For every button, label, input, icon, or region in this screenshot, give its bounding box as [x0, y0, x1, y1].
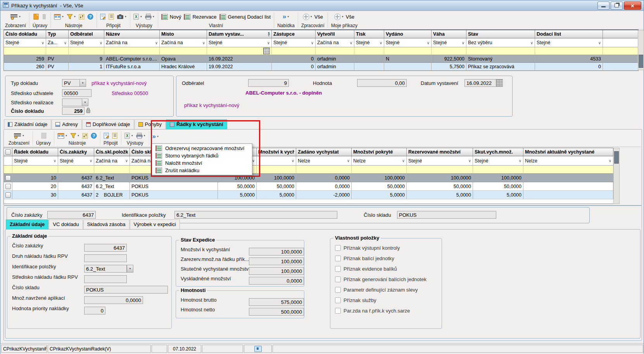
column-header[interactable]: Datum vystav...1▼ — [207, 30, 272, 38]
settings-button[interactable] — [82, 133, 88, 139]
filter-dropdown[interactable]: Začíná na∨ — [160, 38, 207, 47]
print-button[interactable]: ▼ — [136, 133, 146, 139]
tab-vc-dokladu[interactable]: VC dokladu — [49, 219, 83, 229]
column-header[interactable]: Místo — [160, 30, 207, 38]
tab-skladov-z-soba[interactable]: Skladová zásoba — [83, 219, 129, 229]
view-button[interactable]: ▼ — [14, 133, 24, 139]
column-header[interactable]: Skut.vych.množ. — [473, 148, 523, 156]
checkbox-1[interactable] — [335, 256, 341, 261]
filter-dropdown[interactable]: ∨ — [257, 156, 296, 166]
generate-delivery-note-button[interactable]: Generuj Dodací list — [219, 14, 271, 20]
filter-input[interactable] — [384, 47, 432, 55]
filter-input[interactable] — [104, 47, 160, 55]
filter-dropdown[interactable]: Stejné∨ — [4, 38, 46, 47]
table-row[interactable]: 1064376.2_TextPOKUS100,0000100,00000,000… — [4, 174, 614, 182]
table-row[interactable]: 259PV9ABEL-Computer s.r.o....Opava16.09.… — [4, 55, 638, 63]
filter-dropdown[interactable]: Stejné∨ — [272, 38, 316, 47]
filter-input[interactable] — [94, 166, 130, 174]
column-header[interactable]: Název — [104, 30, 160, 38]
delete-button[interactable] — [41, 14, 47, 20]
processing-filter-button[interactable]: ▼Vše — [303, 14, 323, 20]
filter-input[interactable] — [46, 47, 69, 55]
filter-input[interactable] — [4, 47, 46, 55]
minimize-button[interactable] — [597, 2, 609, 10]
help-button[interactable]: ? — [87, 14, 93, 20]
filter-dropdown[interactable]: Začíná na∨ — [104, 38, 160, 47]
filter-button[interactable]: ▼ — [67, 14, 76, 20]
filter-dropdown[interactable]: Stejné∨ — [58, 156, 94, 166]
column-header[interactable] — [4, 148, 12, 156]
column-header[interactable]: Čís.zakázky — [58, 148, 94, 156]
doc-type-input[interactable]: PV — [62, 79, 80, 87]
tab-adresy[interactable]: Adresy — [52, 119, 81, 129]
tab-z-kladn-daje[interactable]: Základní údaje — [6, 219, 48, 229]
reservation-button[interactable]: Rezervace — [184, 14, 216, 20]
user-centre-input[interactable]: 00500 — [62, 89, 92, 97]
actions-menu-button[interactable]: »▼ — [152, 134, 159, 139]
filter-input[interactable] — [523, 166, 613, 174]
checkbox-0[interactable] — [335, 245, 341, 251]
filter-dropdown[interactable]: Začíná na∨ — [94, 156, 130, 166]
edit-button[interactable] — [33, 14, 39, 20]
column-header[interactable]: Dodací list — [535, 30, 603, 38]
filter-input[interactable] — [4, 166, 12, 174]
filter-input[interactable] — [272, 47, 316, 55]
filter-dropdown[interactable]: Stejné∨ — [432, 38, 466, 47]
checkbox-2[interactable] — [335, 266, 341, 272]
filter-input[interactable] — [160, 47, 207, 55]
filter-input[interactable] — [316, 47, 354, 55]
close-button[interactable]: × — [624, 2, 641, 10]
row-checkbox[interactable] — [5, 184, 11, 189]
documents-grid-scrollbar[interactable] — [638, 30, 644, 70]
filter-dropdown[interactable]: Za...∨ — [46, 38, 69, 47]
select-all-checkbox[interactable] — [5, 149, 11, 155]
filter-input[interactable] — [207, 47, 272, 55]
realization-centre-input[interactable] — [62, 98, 82, 106]
menu-item[interactable]: Zrušit nakládku — [152, 167, 252, 174]
print-button[interactable]: ▼ — [145, 14, 155, 20]
filter-dropdown[interactable]: Stejné∨ — [535, 38, 603, 47]
column-header[interactable]: Číslo dokladu — [4, 30, 46, 38]
filter-dropdown[interactable]: Nelze∨ — [296, 156, 352, 166]
tab-pohyby[interactable]: Pohyby — [135, 119, 166, 129]
column-header[interactable]: Typ — [46, 30, 69, 38]
filter-input[interactable] — [352, 166, 407, 174]
note-button[interactable] — [104, 133, 109, 139]
doc-type-dropdown[interactable]: ▼ — [79, 79, 86, 87]
filter-input[interactable] — [432, 47, 466, 55]
column-header[interactable]: Zadáno vychystat — [296, 148, 352, 156]
column-header[interactable]: Vytvořil — [316, 30, 354, 38]
filter-dropdown[interactable]: Bez výběru∨ — [466, 38, 535, 47]
settings-button[interactable] — [79, 14, 85, 20]
filter-button[interactable]: ▼ — [70, 133, 79, 139]
help-button[interactable]: ? — [91, 133, 97, 139]
checkbox-4[interactable] — [335, 287, 341, 293]
filter-input[interactable] — [257, 166, 296, 174]
column-header[interactable]: Zástupce — [272, 30, 316, 38]
filter-dropdown[interactable]: Stejné∨ — [473, 156, 523, 166]
pick-rows-grid-scrollbar[interactable] — [613, 148, 620, 204]
column-header[interactable]: Čís.skl.položky — [94, 148, 130, 156]
filter-input[interactable] — [12, 166, 58, 174]
checkbox-6[interactable] — [335, 308, 341, 314]
filter-dropdown[interactable]: Stejné∨ — [384, 38, 432, 47]
filter-input[interactable] — [466, 47, 535, 55]
table-row[interactable]: 260PV1ITFutuRe s.r.o.aHradec Králové19.0… — [4, 63, 638, 71]
filter-input[interactable] — [535, 47, 603, 55]
filter-dropdown[interactable]: Stejné∨ — [12, 156, 58, 166]
menu-button[interactable]: »▼ — [283, 14, 289, 19]
menu-item[interactable]: Odrezervuj nezpracované množství — [152, 145, 252, 152]
menu-item[interactable]: Storno vybraných řádků — [152, 152, 252, 159]
filter-dropdown[interactable]: Nelze∨ — [523, 156, 613, 166]
calendar-icon[interactable] — [263, 48, 270, 54]
checkbox-5[interactable] — [335, 297, 341, 303]
excel-export-button[interactable]: X▼ — [133, 14, 142, 20]
column-header[interactable]: Tisk — [354, 30, 384, 38]
edit-button[interactable] — [41, 133, 47, 139]
table-row[interactable]: 3064372 BOJLERPOKUS5,00005,0000-2,00005,… — [4, 191, 614, 199]
table-tools-button[interactable]: ▼ — [54, 14, 64, 20]
column-header[interactable]: Rezervované množství — [407, 148, 473, 156]
table-tools-button[interactable]: ▼ — [57, 133, 67, 139]
realization-centre-dropdown[interactable]: ▼ — [82, 98, 88, 106]
column-header[interactable]: Množství pokryté — [352, 148, 407, 156]
